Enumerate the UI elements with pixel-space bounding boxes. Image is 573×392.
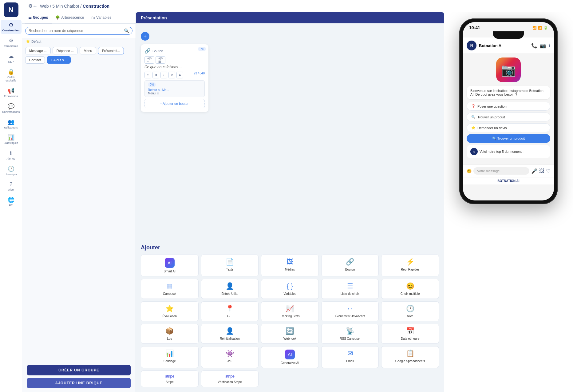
seq-btn-add[interactable]: + Ajout s...	[47, 56, 71, 64]
add-item-evenement[interactable]: ↔ Évènement Javascript	[321, 301, 379, 321]
signal-icon: 📶	[532, 26, 537, 30]
add-item-google-sheets[interactable]: 📋 Google Spreadsheets	[381, 346, 439, 368]
seq-btn-reponse[interactable]: Réponse ...	[53, 47, 78, 54]
cta-button[interactable]: 🔍 Trouver un produit	[467, 134, 550, 143]
sidebar-item-parametres[interactable]: ⚙ Paramètres	[1, 35, 22, 50]
seq-btn-message[interactable]: Message ...	[25, 47, 51, 54]
sidebar-item-statistiques[interactable]: 📊 Statistiques	[1, 132, 22, 147]
add-item-texte[interactable]: 📄 Texte	[201, 255, 259, 276]
toolbar-btn-a[interactable]: A	[176, 72, 183, 78]
sidebar-item-alertes[interactable]: ℹ Alertes	[1, 148, 22, 162]
option-devis[interactable]: ⭐ Demander un devis	[467, 123, 550, 132]
add-item-tracking[interactable]: 📈 Tracking Stats	[261, 301, 319, 321]
info-circle-icon[interactable]: ℹ	[548, 43, 550, 49]
parametres-icon: ⚙	[9, 37, 14, 44]
add-item-geo[interactable]: 📍 G...	[201, 301, 259, 321]
option-question[interactable]: ❓ Poser une question	[467, 102, 550, 111]
add-item-choix-multiple[interactable]: 😊 Choix multiple	[381, 279, 439, 299]
chat-input[interactable]: Votre message...	[473, 167, 529, 175]
sidebar-item-construction[interactable]: ⚙ Construction	[1, 20, 22, 34]
welcome-bubble: Bienvenue sur le chatbot Instagram de Bo…	[467, 86, 550, 99]
add-item-evaluation[interactable]: ⭐ Évaluation	[141, 301, 199, 321]
add-item-variables[interactable]: { } Variables	[261, 279, 319, 299]
add-item-email[interactable]: ✉ Email	[321, 346, 379, 368]
rating-icon: ⭐	[165, 305, 174, 313]
seq-btn-presentation[interactable]: Présentati...	[98, 47, 124, 54]
add-item-sondage[interactable]: 📊 Sondage	[141, 346, 199, 368]
tab-variables[interactable]: n₈ Variables	[88, 12, 115, 23]
add-button-node[interactable]: + Ajouter un bouton	[144, 99, 205, 108]
tab-arborescence[interactable]: 🌳 Arborescence	[52, 12, 88, 23]
webhook-icon: 🔄	[286, 327, 294, 335]
seq-btn-contact[interactable]: Contact	[25, 56, 45, 64]
media-icon: 🖼	[286, 258, 293, 266]
sidebar-item-conversations[interactable]: 💬 Conversations	[1, 101, 22, 116]
seq-btn-menu[interactable]: Menu	[80, 47, 96, 54]
phone-call-icon[interactable]: 📞	[531, 43, 537, 49]
sidebar-item-nlp[interactable]: ☁ NLP	[1, 51, 22, 65]
vars-icon: { }	[287, 282, 293, 290]
add-item-reinit[interactable]: 👤 Réinitialisation	[201, 324, 259, 344]
add-item-carrousel[interactable]: ▦ Carrousel	[141, 279, 199, 299]
add-item-note[interactable]: 🕐 Note	[381, 301, 439, 321]
tab-groupes[interactable]: ☰ Groupes	[25, 12, 52, 23]
sidebar-item-promouvoir[interactable]: 📢 Promouvoir	[1, 85, 22, 100]
groupes-icon: ☰	[28, 15, 32, 20]
add-item-date[interactable]: 📅 Date et heure	[381, 324, 439, 344]
add-item-rep-rapides[interactable]: ⚡ Rép. Rapides	[381, 255, 439, 276]
image-icon[interactable]: 🖼	[539, 168, 544, 174]
stripe-icon: stripe	[165, 374, 174, 378]
add-item-jeu[interactable]: 👾 Jeu	[201, 346, 259, 368]
option-produit[interactable]: 🔍 Trouver un produit	[467, 113, 550, 121]
sidebar-item-utilisateurs[interactable]: 👥 Utilisateurs	[1, 117, 22, 131]
add-item-medias[interactable]: 🖼 Médias	[261, 255, 319, 276]
back-button[interactable]: ⚙←	[28, 3, 38, 9]
add-brick-button[interactable]: AJOUTER UNE BRIQUE	[27, 378, 131, 388]
add-item-webhook[interactable]: 🔄 Webhook	[261, 324, 319, 344]
add-item-log[interactable]: 📦 Log	[141, 324, 199, 344]
chat-footer: 😊 Votre message... 🎤 🖼 ♡	[463, 164, 554, 177]
create-group-button[interactable]: CRÉER UN GROUPE	[27, 365, 131, 375]
char-count: 23 / 640	[194, 72, 205, 78]
speaker-icon: 📢	[8, 87, 14, 94]
emoji-icon[interactable]: 😊	[467, 169, 472, 173]
quick-reply-icon: ⚡	[406, 258, 414, 266]
chat-actions: 📞 📷 ℹ	[531, 43, 550, 49]
node-header: 🔗 Bouton	[144, 48, 205, 54]
sidebar-item-aide[interactable]: ? Aide	[1, 179, 22, 193]
sheets-icon: 📋	[406, 350, 414, 358]
add-item-rss[interactable]: 📡 RSS Carrousel	[321, 324, 379, 344]
chat-body: 📷 Bienvenue sur le chatbot Instagram de …	[463, 54, 554, 164]
add-item-smart-ai[interactable]: AI Smart AI	[141, 255, 199, 276]
add-item-stripe-verif[interactable]: stripe Vérification Stripe	[201, 370, 259, 387]
toolbar-btn-i[interactable]: I	[160, 72, 167, 78]
sidebar-item-outils[interactable]: 🔒 Outils exclusifs	[1, 66, 22, 84]
add-item-bouton[interactable]: 🔗 Bouton	[321, 255, 379, 276]
help-icon: ?	[9, 181, 12, 188]
list-icon: ☰	[347, 282, 353, 290]
generative-ai-icon: AI	[285, 350, 295, 359]
app-logo: N	[4, 2, 18, 17]
add-item-liste[interactable]: ☰ Liste de choix	[321, 279, 379, 299]
heart-icon[interactable]: ♡	[546, 168, 550, 174]
video-icon[interactable]: 📷	[540, 43, 546, 49]
add-item-generative-ai[interactable]: AI Generative AI	[261, 346, 319, 368]
mic-icon[interactable]: 🎤	[531, 168, 537, 174]
search-input[interactable]	[29, 29, 124, 33]
toolbar-btn-b[interactable]: B	[152, 72, 159, 78]
chat-header: N Botnation AI 📞 📷 ℹ	[463, 38, 554, 54]
add-item-stripe[interactable]: stripe Stripe	[141, 370, 199, 387]
node-percent: 0%	[198, 47, 206, 51]
globe-icon: 🌐	[8, 196, 14, 203]
chat-logo: N	[467, 41, 476, 50]
info-icon: ℹ	[10, 150, 12, 156]
sidebar-item-historique[interactable]: 🕐 Historique	[1, 164, 22, 178]
sidebar-item-lang[interactable]: 🌐 FR	[1, 195, 22, 209]
add-item-entree[interactable]: 👤 Entrée Utils.	[201, 279, 259, 299]
add-node-button[interactable]: +	[141, 32, 149, 41]
toolbar-btn-v[interactable]: V	[168, 72, 175, 78]
toolbar-btn-1[interactable]: ≡	[144, 72, 151, 78]
phone-section: 10:41 📶 📶 🔋 N Botnation AI	[444, 12, 573, 392]
chat-icon: 💬	[8, 103, 14, 110]
variables-icon: n₈	[91, 15, 95, 20]
